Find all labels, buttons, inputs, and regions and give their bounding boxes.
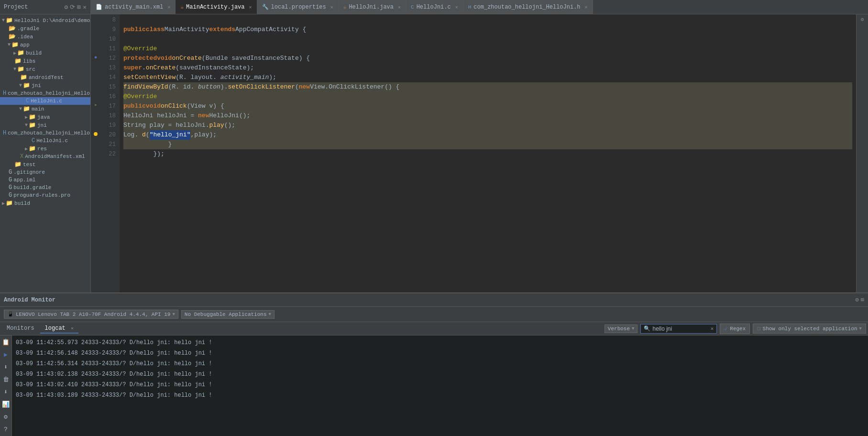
device-dropdown-arrow: ▼ [172, 312, 175, 317]
right-tool-1[interactable]: ⚙ [859, 16, 866, 22]
code-line: Log. d("hello_jni",play); [123, 130, 852, 140]
tree-item-label: .gradle [17, 26, 39, 32]
tree-item[interactable]: G app.iml [0, 176, 90, 184]
log-level-select[interactable]: Verbose ▼ [604, 324, 638, 333]
tree-item[interactable]: X AndroidManifest.xml [0, 153, 90, 160]
monitor-title: Android Monitor [4, 297, 55, 303]
tab-MainActivity-java[interactable]: ☕ MainActivity.java ✕ [176, 0, 257, 14]
line-number: 19 [104, 121, 116, 130]
log-search-input[interactable] [652, 325, 708, 332]
device-toolbar: 📱 LENOVO Lenovo TAB 2 A10-70F Android 4.… [0, 307, 868, 322]
tree-item[interactable]: ▼ 📁 src [0, 65, 90, 73]
folder-icon: 📁 [29, 145, 36, 152]
folder-icon: 📁 [6, 200, 13, 207]
tab-logcat-close[interactable]: ✕ [71, 326, 74, 331]
gutter-cell [91, 43, 100, 53]
folder-icon: 📁 [6, 17, 13, 24]
gutter-cell [91, 139, 100, 148]
close-icon[interactable]: ✕ [83, 3, 87, 11]
tree-item[interactable]: ▼ 📁 jni [0, 81, 90, 89]
tree-item[interactable]: 📂 .idea [0, 33, 90, 41]
tree-item[interactable]: G proguard-rules.pro [0, 191, 90, 199]
show-selected-dropdown-arrow: ▼ [859, 326, 862, 331]
expand-icon[interactable]: ⊞ [77, 3, 81, 11]
code-line: protected void onCreate(Bundle savedInst… [123, 54, 852, 63]
code-content[interactable]: public class MainActivity extends AppCom… [120, 14, 856, 292]
log-icon-7[interactable]: ⚙ [1, 412, 11, 422]
tab-close-icon[interactable]: ✕ [249, 4, 252, 10]
tab-label: HelloJni.c [417, 4, 451, 11]
log-icon-4[interactable]: 🗑 [1, 375, 11, 384]
tree-item[interactable]: C HelloJni.c [0, 137, 90, 145]
tab-com-zhoutao-hellojni-HelloJni-h[interactable]: H com_zhoutao_hellojni_HelloJni.h ✕ [463, 0, 593, 14]
tab-HelloJni-java[interactable]: ☕ HelloJni.java ✕ [339, 0, 406, 14]
tree-item-label: com_zhoutao_hellojni_HelloJni.h [8, 90, 90, 96]
tree-item[interactable]: H com_zhoutao_hellojni_HelloJni.h [0, 89, 90, 97]
log-icon-1[interactable]: 📋 [1, 337, 11, 347]
regex-button[interactable]: ✓ Regex [720, 324, 750, 334]
tab-close-icon[interactable]: ✕ [330, 4, 333, 10]
tree-item[interactable]: ▶ 📁 res [0, 145, 90, 153]
tab-logcat[interactable]: logcat ✕ [40, 324, 78, 334]
project-tree: ▼ 📁 HelloJni D:\Android\demo\HelloJni 📂 … [0, 14, 90, 292]
monitor-header: Android Monitor ⚙ ⊞ [0, 293, 868, 307]
show-selected-button[interactable]: ☐ Show only selected application ▼ [753, 324, 866, 334]
tab-HelloJni-c[interactable]: C HelloJni.c ✕ [406, 0, 463, 14]
line-number: 15 [104, 82, 116, 92]
monitor-settings-icon[interactable]: ⚙ [856, 296, 859, 303]
tab-label: activity_main.xml [105, 4, 163, 11]
tab-close-icon[interactable]: ✕ [455, 4, 458, 10]
tree-arrow: ▶ [13, 50, 16, 56]
tree-item[interactable]: C HelloJni.c [0, 97, 90, 105]
tree-item[interactable]: 📁 test [0, 160, 90, 168]
tab-close-icon[interactable]: ✕ [585, 4, 588, 10]
log-level-dropdown-arrow: ▼ [632, 326, 634, 331]
tab-logcat-label: logcat [45, 325, 66, 332]
tab-close-icon[interactable]: ✕ [167, 4, 170, 10]
log-search-clear-icon[interactable]: ✕ [711, 325, 714, 332]
tree-item[interactable]: G .gitignore [0, 168, 90, 176]
tree-item[interactable]: ▶ 📁 build [0, 49, 90, 57]
app-selector[interactable]: No Debuggable Applications ▼ [181, 310, 275, 319]
tree-item[interactable]: ▼ 📁 app [0, 41, 90, 49]
tab-label: local.properties [271, 4, 326, 11]
tree-item[interactable]: H com_zhoutao_hellojni_HelloJni.h [0, 129, 90, 137]
tree-item[interactable]: ▼ 📁 jni [0, 121, 90, 129]
monitor-expand-icon[interactable]: ⊞ [861, 296, 864, 303]
log-icon-8[interactable]: ? [1, 425, 11, 434]
log-search-box[interactable]: 🔍 ✕ [640, 324, 717, 334]
gradle-file-icon: G [9, 177, 12, 183]
log-icon-2[interactable]: ▶ [1, 350, 11, 359]
tree-item[interactable]: ▶ 📁 build [0, 199, 90, 207]
folder-icon: 📁 [29, 113, 36, 121]
tab-local-properties[interactable]: 🔧 local.properties ✕ [257, 0, 339, 14]
tree-item-label: HelloJni.c [36, 138, 68, 144]
tab-activity-main-xml[interactable]: 📄 activity_main.xml ✕ [91, 0, 176, 14]
log-icon-3[interactable]: ⬇ [1, 362, 11, 372]
code-line: setContentView(R. layout. activity_main)… [123, 73, 852, 82]
tree-item-label: app [20, 42, 30, 48]
device-selector[interactable]: 📱 LENOVO Lenovo TAB 2 A10-70F Android 4.… [4, 310, 178, 319]
tree-item[interactable]: ▶ 📁 java [0, 113, 90, 121]
code-line: } [123, 140, 852, 149]
log-icon-5[interactable]: ⬇ [1, 387, 11, 397]
code-line: @Override [123, 44, 852, 54]
tab-monitors[interactable]: Monitors [2, 324, 39, 334]
line-number: 11 [104, 44, 116, 54]
tree-item[interactable]: 📁 libs [0, 57, 90, 65]
log-icon-6[interactable]: 📊 [1, 400, 11, 409]
folder-icon: 📁 [14, 161, 22, 168]
tree-item[interactable]: 📁 androidTest [0, 73, 90, 81]
tab-close-icon[interactable]: ✕ [398, 4, 401, 10]
tree-item[interactable]: G build.gradle [0, 184, 90, 191]
device-icon: 📱 [7, 311, 14, 317]
tree-item[interactable]: ▼ 📁 main [0, 105, 90, 113]
gear-icon[interactable]: ⚙ [65, 3, 68, 11]
tree-item[interactable]: ▼ 📁 HelloJni D:\Android\demo\HelloJni [0, 16, 90, 24]
tab-type-icon: 🔧 [262, 4, 269, 10]
monitor-controls: ⚙ ⊞ [856, 296, 864, 303]
sync-icon[interactable]: ⟳ [70, 3, 75, 11]
tree-item[interactable]: 📂 .gradle [0, 24, 90, 33]
show-selected-label: Show only selected application [763, 326, 857, 332]
tree-item-label: HelloJni.c [31, 98, 62, 104]
